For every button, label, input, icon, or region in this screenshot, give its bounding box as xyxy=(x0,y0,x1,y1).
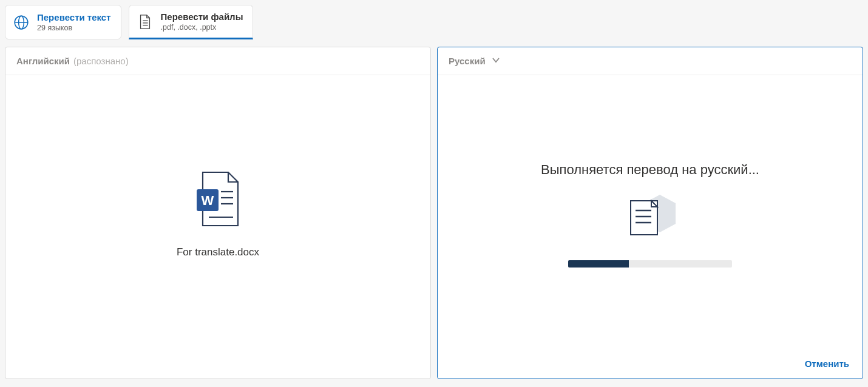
tab-translate-text[interactable]: Перевести текст 29 языков xyxy=(5,5,121,39)
progress-bar xyxy=(568,260,732,268)
target-lang-header[interactable]: Русский xyxy=(438,47,863,75)
tab-files-sub: .pdf, .docx, .pptx xyxy=(161,23,243,32)
cancel-button[interactable]: Отменить xyxy=(805,358,849,369)
tab-files-title: Перевести файлы xyxy=(161,12,243,22)
document-loading-icon xyxy=(622,192,678,246)
svg-text:W: W xyxy=(202,193,214,208)
source-lang-label: Английский xyxy=(16,56,70,66)
mode-tabs: Перевести текст 29 языков Перевести файл… xyxy=(0,0,868,39)
source-filename: For translate.docx xyxy=(177,246,259,258)
word-document-icon: W xyxy=(194,171,242,229)
chevron-down-icon xyxy=(492,56,500,66)
tab-text-sub: 29 языков xyxy=(37,24,111,32)
document-icon xyxy=(137,14,154,30)
progress-fill xyxy=(568,260,629,268)
source-panel: Английский (распознано) W xyxy=(5,47,431,379)
globe-icon xyxy=(13,15,30,30)
tab-translate-files[interactable]: Перевести файлы .pdf, .docx, .pptx xyxy=(129,5,254,39)
translation-status: Выполняется перевод на русский... xyxy=(541,162,759,178)
target-lang-label: Русский xyxy=(449,56,486,66)
source-lang-meta: (распознано) xyxy=(73,56,129,66)
source-lang-header[interactable]: Английский (распознано) xyxy=(5,47,430,75)
target-panel: Русский Выполняется перевод на русский..… xyxy=(437,47,863,379)
tab-text-title: Перевести текст xyxy=(37,12,111,22)
